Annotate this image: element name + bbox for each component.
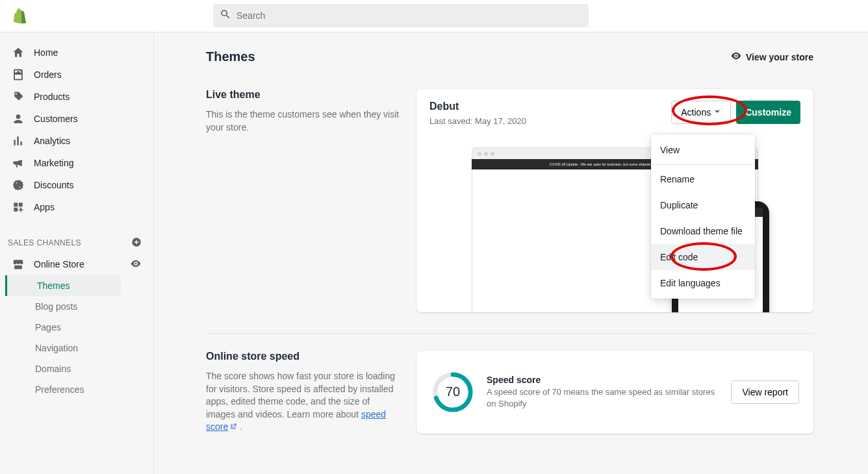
search-bar[interactable] [213, 4, 589, 27]
online-store-subnav: Themes Blog posts Pages Navigation Domai… [0, 275, 153, 400]
speed-heading: Online store speed [206, 351, 401, 362]
subnav-themes[interactable]: Themes [5, 275, 121, 296]
speed-section: Online store speed The score shows how f… [154, 334, 868, 434]
apps-icon [12, 201, 25, 214]
view-store-label: View your store [746, 52, 813, 62]
shopify-logo-icon [12, 8, 26, 24]
live-theme-desc: This is the theme customers see when the… [206, 108, 401, 134]
subnav-pages[interactable]: Pages [35, 317, 153, 338]
live-theme-section: Live theme This is the theme customers s… [154, 72, 868, 312]
nav-products[interactable]: Products [0, 86, 153, 108]
live-theme-heading: Live theme [206, 89, 401, 101]
theme-card: Debut Last saved: May 17, 2020 Actions C… [416, 89, 813, 312]
nav-home[interactable]: Home [0, 42, 153, 64]
speed-desc: The score shows how fast your store is l… [206, 370, 401, 434]
main-content: Themes View your store Live theme This i… [154, 32, 868, 474]
nav-products-label: Products [34, 92, 70, 102]
page-title: Themes [206, 49, 255, 64]
nav-apps-label: Apps [34, 202, 55, 212]
page-header: Themes View your store [154, 32, 868, 72]
actions-dropdown: View Rename Duplicate Download theme fil… [651, 134, 755, 299]
dropdown-edit-languages[interactable]: Edit languages [651, 270, 755, 296]
nav-discounts[interactable]: Discounts [0, 174, 153, 196]
nav-analytics[interactable]: Analytics [0, 130, 153, 152]
dropdown-edit-code[interactable]: Edit code [651, 244, 755, 270]
nav-customers[interactable]: Customers [0, 108, 153, 130]
home-icon [12, 46, 25, 59]
actions-button-label: Actions [681, 107, 711, 118]
dropdown-view[interactable]: View [651, 137, 755, 163]
dropdown-divider [651, 164, 755, 165]
theme-last-saved: Last saved: May 17, 2020 [429, 116, 526, 126]
dropdown-duplicate[interactable]: Duplicate [651, 192, 755, 218]
subnav-navigation[interactable]: Navigation [35, 338, 153, 358]
nav-analytics-label: Analytics [34, 136, 70, 146]
nav-orders[interactable]: Orders [0, 64, 153, 86]
nav-apps[interactable]: Apps [0, 196, 153, 218]
sales-channels-label: SALES CHANNELS [8, 238, 81, 247]
nav-online-store-label: Online Store [34, 259, 84, 269]
search-input[interactable] [236, 10, 582, 21]
live-theme-info: Live theme This is the theme customers s… [206, 89, 401, 312]
speed-mid: Speed score A speed score of 70 means th… [487, 375, 719, 410]
discount-icon [12, 179, 25, 192]
caret-down-icon [713, 107, 721, 118]
nav-orders-label: Orders [34, 69, 62, 80]
speed-info: Online store speed The score shows how f… [206, 351, 401, 434]
speed-score-label: Speed score [487, 375, 719, 385]
nav-online-store[interactable]: Online Store [0, 253, 153, 275]
sales-channels-header: SALES CHANNELS [0, 232, 153, 253]
megaphone-icon [12, 156, 25, 169]
subnav-blog-posts[interactable]: Blog posts [35, 296, 153, 317]
person-icon [12, 112, 25, 125]
speed-card: 70 Speed score A speed score of 70 means… [416, 351, 813, 434]
nav-marketing[interactable]: Marketing [0, 152, 153, 174]
nav-home-label: Home [34, 47, 58, 58]
actions-button[interactable]: Actions [671, 101, 731, 124]
speed-score-value: 70 [431, 370, 475, 414]
browser-dot-icon [491, 152, 494, 156]
bars-icon [12, 134, 25, 147]
sidebar: Home Orders Products Customers Analytics… [0, 32, 154, 474]
add-channel-icon[interactable] [131, 237, 142, 249]
dropdown-download[interactable]: Download theme file [651, 218, 755, 244]
subnav-domains[interactable]: Domains [35, 358, 153, 379]
theme-name: Debut [429, 101, 526, 112]
store-icon [12, 258, 25, 271]
nav-customers-label: Customers [34, 114, 78, 124]
speed-donut: 70 [431, 370, 475, 414]
view-your-store-link[interactable]: View your store [730, 50, 813, 64]
speed-score-desc: A speed score of 70 means the same speed… [487, 386, 719, 410]
speed-desc-post: . [240, 421, 242, 432]
dropdown-rename[interactable]: Rename [651, 166, 755, 192]
search-icon [220, 8, 236, 23]
view-report-button[interactable]: View report [731, 380, 799, 404]
customize-button[interactable]: Customize [736, 101, 800, 124]
top-bar [0, 0, 868, 32]
eye-icon[interactable] [130, 258, 142, 271]
eye-icon [730, 50, 746, 64]
subnav-preferences[interactable]: Preferences [35, 379, 153, 400]
orders-icon [12, 68, 25, 81]
browser-dot-icon [484, 152, 488, 156]
browser-dot-icon [478, 152, 481, 156]
theme-card-header: Debut Last saved: May 17, 2020 Actions C… [429, 101, 800, 126]
tag-icon [12, 90, 25, 103]
nav-marketing-label: Marketing [34, 158, 73, 168]
nav-discounts-label: Discounts [34, 180, 73, 190]
theme-actions-group: Actions Customize [671, 101, 800, 124]
